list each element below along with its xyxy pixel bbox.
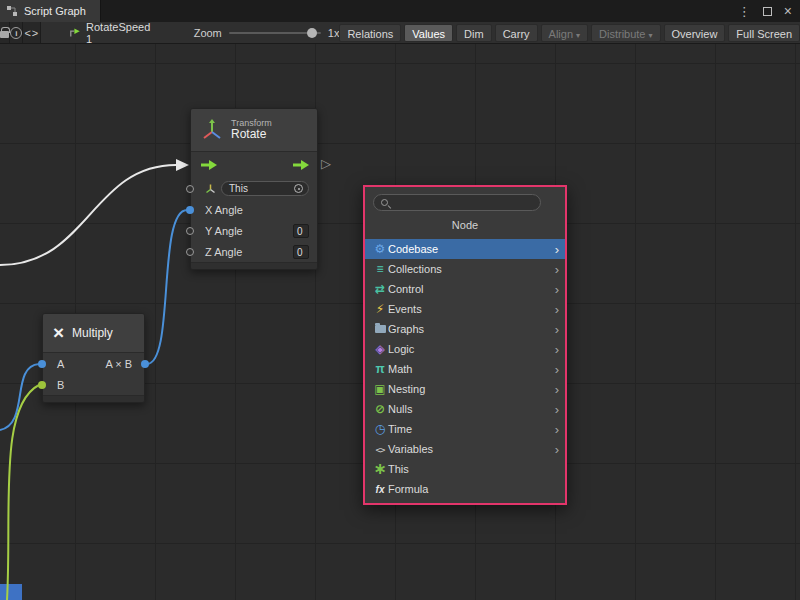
- flow-output-arrow-icon[interactable]: [293, 160, 309, 170]
- graph-toolbar: <> RotateSpeed 1 Zoom 1x Relations Value…: [0, 22, 800, 44]
- overview-button[interactable]: Overview: [664, 24, 726, 42]
- variables-icon: [372, 439, 388, 460]
- object-picker-icon[interactable]: [294, 184, 303, 193]
- finder-item-variables[interactable]: Variables: [365, 439, 565, 459]
- values-button[interactable]: Values: [404, 24, 453, 42]
- finder-item-graphs[interactable]: Graphs: [365, 319, 565, 339]
- info-button[interactable]: [10, 22, 23, 44]
- this-object-field[interactable]: This: [221, 181, 309, 196]
- chevron-right-icon: [555, 402, 559, 417]
- port-b[interactable]: [38, 381, 46, 389]
- node-transform-rotate[interactable]: Transform Rotate: [190, 108, 318, 270]
- node-multiply[interactable]: Multiply A A × B B: [42, 313, 145, 403]
- finder-header: Node: [365, 219, 565, 233]
- finder-item-nulls[interactable]: Nulls: [365, 399, 565, 419]
- rotate-flow-row: [191, 152, 317, 178]
- port-x-angle[interactable]: [186, 206, 194, 214]
- node-search-box[interactable]: [373, 194, 541, 211]
- close-icon[interactable]: [784, 2, 792, 20]
- flow-wire-in: [0, 165, 176, 265]
- chevron-right-icon: [555, 242, 559, 257]
- carry-button[interactable]: Carry: [495, 24, 538, 42]
- y-angle-input[interactable]: 0: [293, 224, 309, 238]
- input-b-label: B: [57, 379, 64, 391]
- rotate-node-footer: [191, 262, 317, 269]
- search-icon: [380, 198, 390, 208]
- nulls-icon: [372, 399, 388, 419]
- collections-icon: [372, 259, 388, 279]
- relations-button[interactable]: Relations: [339, 24, 401, 42]
- graph-asset-icon: [69, 27, 81, 39]
- align-button[interactable]: Align: [541, 24, 588, 42]
- window-controls: [738, 2, 800, 20]
- fullscreen-button[interactable]: Full Screen: [728, 24, 800, 42]
- time-icon: [372, 419, 388, 439]
- finder-item-logic[interactable]: Logic: [365, 339, 565, 359]
- finder-item-events[interactable]: Events: [365, 299, 565, 319]
- port-a[interactable]: [38, 360, 46, 368]
- multiply-node-title: Multiply: [72, 326, 113, 340]
- maximize-icon[interactable]: [763, 7, 772, 16]
- chevron-right-icon: [555, 282, 559, 297]
- window-menu-icon[interactable]: [738, 2, 751, 20]
- zoom-slider[interactable]: [229, 32, 321, 34]
- this-icon: [372, 459, 388, 480]
- finder-list: Codebase Collections Control Events Grap…: [365, 239, 565, 499]
- chevron-right-icon: [555, 322, 559, 337]
- z-angle-input[interactable]: 0: [293, 245, 309, 259]
- zoom-control: Zoom 1x: [194, 27, 340, 39]
- graphs-icon: [372, 319, 388, 339]
- multiply-node-footer: [43, 395, 144, 402]
- flow-input-arrow-icon[interactable]: [201, 160, 217, 170]
- rotate-xangle-row: X Angle: [191, 199, 317, 220]
- chevron-right-icon: [555, 442, 559, 457]
- script-graph-icon: [6, 5, 18, 17]
- lock-icon: [0, 31, 9, 38]
- graph-name: RotateSpeed 1: [86, 22, 152, 44]
- graph-breadcrumb[interactable]: RotateSpeed 1: [69, 22, 151, 44]
- x-angle-label: X Angle: [205, 204, 243, 216]
- chevron-right-icon: [555, 342, 559, 357]
- flow-wire-arrowhead: [176, 159, 189, 171]
- tab-title: Script Graph: [24, 5, 86, 17]
- multiply-node-header[interactable]: Multiply: [43, 314, 144, 353]
- title-bar: Script Graph: [0, 0, 800, 22]
- tab-script-graph[interactable]: Script Graph: [0, 0, 101, 22]
- port-z-angle[interactable]: [186, 248, 194, 256]
- transform-mini-icon: [205, 183, 216, 194]
- finder-item-nesting[interactable]: Nesting: [365, 379, 565, 399]
- rotate-node-header[interactable]: Transform Rotate: [191, 109, 317, 152]
- rotate-node-title: Rotate: [231, 128, 272, 142]
- port-output[interactable]: [141, 360, 149, 368]
- finder-item-formula[interactable]: Formula: [365, 479, 565, 499]
- dim-button[interactable]: Dim: [456, 24, 492, 42]
- chevron-right-icon: [555, 262, 559, 277]
- lock-button[interactable]: [0, 22, 10, 44]
- code-view-button[interactable]: <>: [23, 22, 41, 44]
- multiply-icon: [53, 322, 64, 344]
- node-finder-popup: Node Codebase Collections Control Events…: [363, 185, 567, 505]
- logic-icon: [372, 339, 388, 359]
- corner-accent: [0, 584, 22, 600]
- chevron-right-icon: [555, 362, 559, 377]
- port-y-angle[interactable]: [186, 227, 194, 235]
- finder-item-math[interactable]: Math: [365, 359, 565, 379]
- finder-item-this[interactable]: This: [365, 459, 565, 479]
- port-this[interactable]: [186, 185, 194, 193]
- wire-multiply-to-xangle: [147, 210, 187, 364]
- node-search-input[interactable]: [394, 196, 536, 209]
- zoom-label: Zoom: [194, 27, 222, 39]
- events-icon: [372, 299, 388, 319]
- zoom-slider-knob[interactable]: [307, 28, 317, 38]
- this-field-value: This: [229, 183, 248, 194]
- finder-item-collections[interactable]: Collections: [365, 259, 565, 279]
- graph-canvas[interactable]: Transform Rotate: [0, 44, 800, 600]
- distribute-button[interactable]: Distribute: [591, 24, 660, 42]
- rotate-this-row: This: [191, 178, 317, 199]
- finder-item-time[interactable]: Time: [365, 419, 565, 439]
- finder-item-codebase[interactable]: Codebase: [365, 239, 565, 259]
- finder-item-control[interactable]: Control: [365, 279, 565, 299]
- chevron-right-icon: [555, 422, 559, 437]
- wire-into-a: [0, 364, 39, 430]
- nesting-icon: [372, 379, 388, 399]
